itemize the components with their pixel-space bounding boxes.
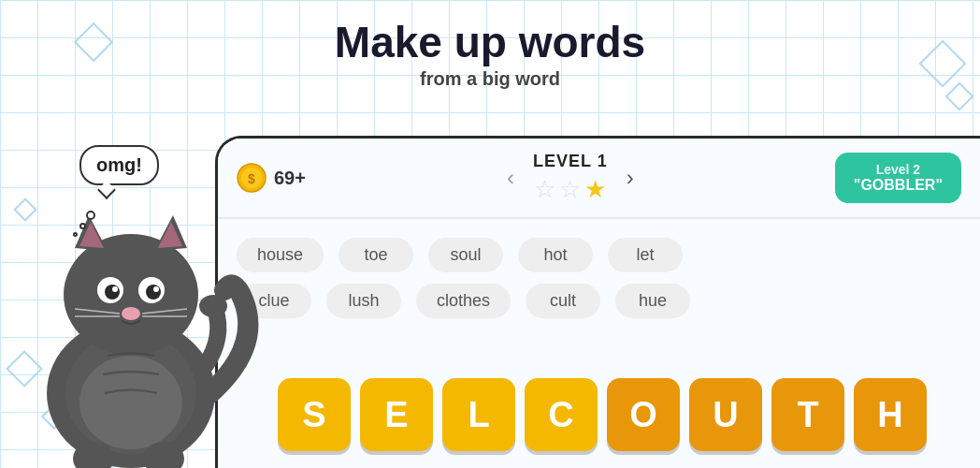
bubble-dot-3 [73,232,78,237]
tiles-area: S E L C O U T H [224,378,980,451]
nav-right[interactable]: › [617,161,643,195]
main-title: Make up words [0,19,980,66]
svg-point-21 [79,356,182,449]
word-toe[interactable]: toe [339,238,413,272]
tile-O[interactable]: O [607,378,680,451]
svg-point-16 [122,307,140,320]
tile-H[interactable]: H [854,378,927,451]
tile-T[interactable]: T [771,378,844,451]
svg-point-5 [64,234,198,356]
svg-point-12 [105,285,120,300]
star-2: ☆ [559,175,581,204]
words-area: house toe soul hot let clue lush clothes… [218,219,980,328]
svg-point-13 [146,285,161,300]
next-level-title: Level 2 [854,162,943,177]
svg-point-24 [199,295,227,317]
level-label: LEVEL 1 [533,152,608,171]
nav-left[interactable]: ‹ [497,161,524,195]
tile-L[interactable]: L [442,378,515,451]
next-level-name: "GOBBLER" [854,177,943,194]
bubble-dot-1 [86,211,95,220]
tile-U[interactable]: U [689,378,762,451]
main-subtitle: from a big word [0,68,980,90]
tile-E[interactable]: E [360,378,433,451]
stars-display: ☆ ☆ ★ [534,175,606,204]
word-let[interactable]: let [608,238,683,272]
next-level-button[interactable]: Level 2 "GOBBLER" [835,153,961,203]
level-info: LEVEL 1 ☆ ☆ ★ [533,152,608,204]
tile-S[interactable]: S [278,378,351,451]
header: Make up words from a big word [0,19,980,90]
star-3: ★ [584,175,606,204]
speech-text: omg! [96,154,142,175]
star-1: ☆ [534,175,555,204]
speech-bubble: omg! [79,145,159,185]
tile-C[interactable]: C [525,378,598,451]
word-cult[interactable]: cult [526,284,600,318]
top-bar: $ 69+ ‹ LEVEL 1 ☆ ☆ ★ › Level 2 "GOBBLER… [218,139,980,219]
coins-value: 69+ [274,168,306,189]
svg-point-15 [153,286,159,292]
svg-point-14 [112,286,118,292]
word-clothes[interactable]: clothes [416,284,511,318]
words-row-2: clue lush clothes cult hue [237,284,961,318]
words-row-1: house toe soul hot let [237,238,961,272]
bubble-dot-2 [79,223,86,229]
word-hot[interactable]: hot [518,238,593,272]
word-hue[interactable]: hue [615,284,690,318]
word-soul[interactable]: soul [428,238,503,272]
word-lush[interactable]: lush [326,284,401,318]
